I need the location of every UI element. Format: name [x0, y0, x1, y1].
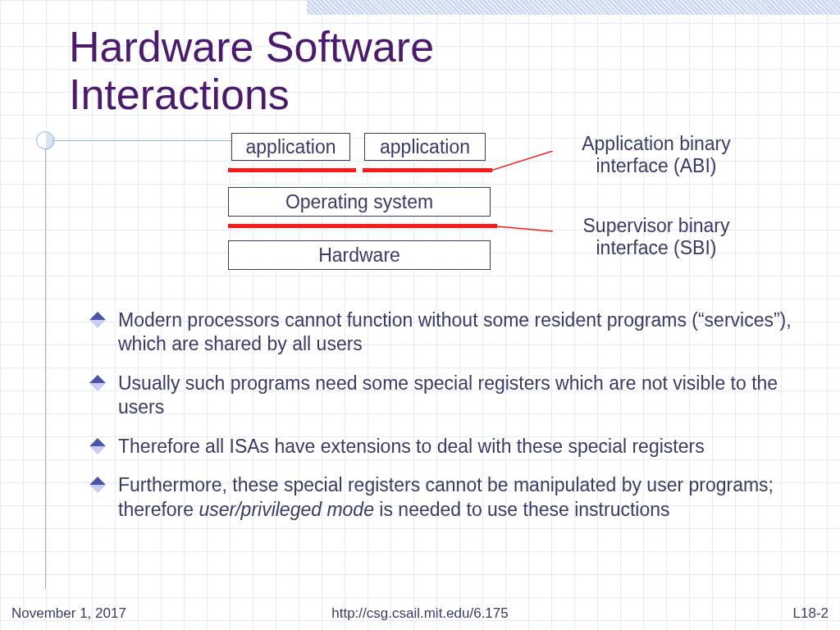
- abi-callout-line: [491, 151, 553, 176]
- svg-line-0: [491, 151, 553, 171]
- footer-page: L18-2: [793, 605, 829, 622]
- diagram-box-os: Operating system: [228, 187, 491, 217]
- title-line-2: Interactions: [69, 71, 290, 118]
- bullet-text: Modern processors cannot function withou…: [118, 309, 792, 354]
- decorative-circle-icon: [36, 131, 54, 149]
- bullet-item: Modern processors cannot function withou…: [92, 308, 797, 357]
- bullet-text: Usually such programs need some special …: [118, 372, 778, 418]
- bullet-item: Usually such programs need some special …: [92, 372, 797, 420]
- sbi-label: Supervisor binary interface (SBI): [550, 215, 763, 259]
- decorative-vertical-rule: [45, 149, 46, 589]
- abi-line-1: [228, 168, 356, 172]
- bullet-icon: [89, 375, 106, 391]
- bullet-list: Modern processors cannot function withou…: [92, 308, 797, 536]
- bullet-item: Furthermore, these special registers can…: [92, 473, 797, 522]
- bullet-icon: [89, 477, 106, 493]
- bullet-text-post: is needed to use these instructions: [374, 499, 670, 520]
- bullet-item: Therefore all ISAs have extensions to de…: [92, 435, 797, 459]
- abi-label: Application binary interface (ABI): [550, 133, 763, 177]
- title-line-1: Hardware Software: [69, 23, 434, 71]
- diagram-box-application-2: application: [364, 133, 486, 161]
- bullet-icon: [89, 438, 106, 454]
- slide-title: Hardware Software Interactions: [69, 23, 434, 118]
- bullet-text-em: user/privileged mode: [199, 499, 374, 520]
- abi-line-2: [363, 168, 492, 172]
- footer-url: http://csg.csail.mit.edu/6.175: [0, 605, 840, 622]
- layer-diagram: application application Operating system…: [231, 133, 797, 297]
- bullet-icon: [89, 312, 106, 328]
- diagram-box-hardware: Hardware: [228, 240, 491, 270]
- svg-line-1: [496, 226, 553, 231]
- decorative-horizontal-rule: [54, 140, 231, 141]
- sbi-line: [228, 224, 497, 228]
- sbi-callout-line: [496, 223, 553, 233]
- diagram-box-application-1: application: [231, 133, 350, 161]
- decorative-top-band: [307, 0, 840, 15]
- bullet-text: Therefore all ISAs have extensions to de…: [118, 436, 705, 457]
